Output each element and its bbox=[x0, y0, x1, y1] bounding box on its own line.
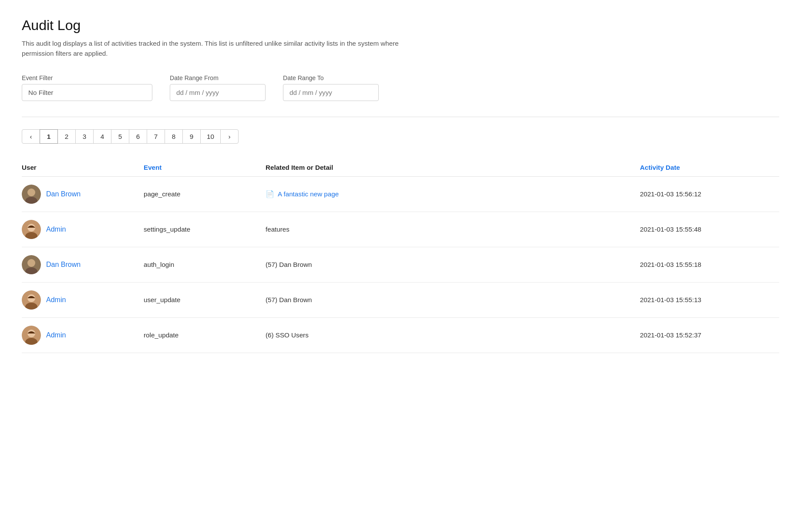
table-row: Admin user_update (57) Dan Brown 2021-01… bbox=[22, 283, 779, 318]
pagination-prev[interactable]: ‹ bbox=[22, 129, 40, 144]
date-cell: 2021-01-03 15:55:13 bbox=[640, 296, 779, 303]
date-from-group: Date Range From bbox=[170, 74, 266, 101]
user-cell: Dan Brown bbox=[22, 185, 144, 204]
pagination-page-10[interactable]: 10 bbox=[200, 129, 221, 144]
col-header-user: User bbox=[22, 164, 144, 171]
user-link[interactable]: Dan Brown bbox=[46, 261, 81, 269]
table-row: Dan Brown auth_login (57) Dan Brown 2021… bbox=[22, 247, 779, 283]
table-row: Admin role_update (6) SSO Users 2021-01-… bbox=[22, 318, 779, 353]
pagination: ‹ 1 2 3 4 5 6 7 8 9 10 › bbox=[22, 129, 779, 144]
page-description: This audit log displays a list of activi… bbox=[22, 39, 414, 59]
detail-text: (57) Dan Brown bbox=[266, 261, 312, 268]
user-cell: Admin bbox=[22, 220, 144, 239]
pagination-page-7[interactable]: 7 bbox=[147, 129, 165, 144]
col-header-event: Event bbox=[144, 164, 266, 171]
date-from-input[interactable] bbox=[170, 84, 266, 101]
detail-text: features bbox=[266, 226, 289, 233]
avatar bbox=[22, 185, 41, 204]
pagination-page-1[interactable]: 1 bbox=[40, 129, 58, 144]
svg-point-7 bbox=[27, 259, 35, 267]
date-from-label: Date Range From bbox=[170, 74, 266, 81]
pagination-next[interactable]: › bbox=[220, 129, 239, 144]
date-cell: 2021-01-03 15:52:37 bbox=[640, 331, 779, 339]
user-link[interactable]: Dan Brown bbox=[46, 190, 81, 198]
filters-section: Event Filter Date Range From Date Range … bbox=[22, 74, 779, 101]
avatar bbox=[22, 255, 41, 274]
user-cell: Admin bbox=[22, 326, 144, 345]
date-to-input[interactable] bbox=[283, 84, 379, 101]
detail-cell: (6) SSO Users bbox=[266, 331, 640, 339]
divider bbox=[22, 117, 779, 117]
col-header-detail: Related Item or Detail bbox=[266, 164, 640, 171]
pagination-page-8[interactable]: 8 bbox=[165, 129, 183, 144]
detail-cell: 📄 A fantastic new page bbox=[266, 190, 640, 198]
event-cell: page_create bbox=[144, 190, 266, 198]
user-link[interactable]: Admin bbox=[46, 331, 66, 339]
avatar bbox=[22, 326, 41, 345]
user-link[interactable]: Admin bbox=[46, 296, 66, 304]
audit-log-table: User Event Related Item or Detail Activi… bbox=[22, 159, 779, 353]
date-to-label: Date Range To bbox=[283, 74, 379, 81]
detail-cell: (57) Dan Brown bbox=[266, 261, 640, 268]
user-cell: Admin bbox=[22, 290, 144, 310]
event-cell: user_update bbox=[144, 296, 266, 303]
detail-text: (57) Dan Brown bbox=[266, 296, 312, 303]
pagination-page-6[interactable]: 6 bbox=[129, 129, 147, 144]
event-cell: auth_login bbox=[144, 261, 266, 268]
detail-cell: (57) Dan Brown bbox=[266, 296, 640, 303]
detail-cell: features bbox=[266, 226, 640, 233]
date-cell: 2021-01-03 15:55:48 bbox=[640, 226, 779, 233]
detail-text: (6) SSO Users bbox=[266, 331, 309, 339]
col-header-date: Activity Date bbox=[640, 164, 779, 171]
pagination-page-5[interactable]: 5 bbox=[111, 129, 129, 144]
pagination-page-4[interactable]: 4 bbox=[93, 129, 111, 144]
avatar bbox=[22, 290, 41, 310]
event-cell: settings_update bbox=[144, 226, 266, 233]
avatar bbox=[22, 220, 41, 239]
pagination-page-9[interactable]: 9 bbox=[182, 129, 201, 144]
date-cell: 2021-01-03 15:56:12 bbox=[640, 190, 779, 198]
event-filter-group: Event Filter bbox=[22, 74, 152, 101]
detail-link[interactable]: A fantastic new page bbox=[278, 190, 339, 198]
table-row: Admin settings_update features 2021-01-0… bbox=[22, 212, 779, 247]
svg-point-1 bbox=[27, 189, 35, 196]
event-filter-input[interactable] bbox=[22, 84, 152, 101]
event-filter-label: Event Filter bbox=[22, 74, 152, 81]
table-row: Dan Brown page_create 📄 A fantastic new … bbox=[22, 177, 779, 212]
pagination-page-3[interactable]: 3 bbox=[75, 129, 94, 144]
date-cell: 2021-01-03 15:55:18 bbox=[640, 261, 779, 268]
user-cell: Dan Brown bbox=[22, 255, 144, 274]
user-link[interactable]: Admin bbox=[46, 226, 66, 233]
event-cell: role_update bbox=[144, 331, 266, 339]
date-to-group: Date Range To bbox=[283, 74, 379, 101]
document-icon: 📄 bbox=[266, 190, 274, 198]
pagination-page-2[interactable]: 2 bbox=[57, 129, 76, 144]
table-header: User Event Related Item or Detail Activi… bbox=[22, 159, 779, 177]
page-title: Audit Log bbox=[22, 17, 779, 34]
